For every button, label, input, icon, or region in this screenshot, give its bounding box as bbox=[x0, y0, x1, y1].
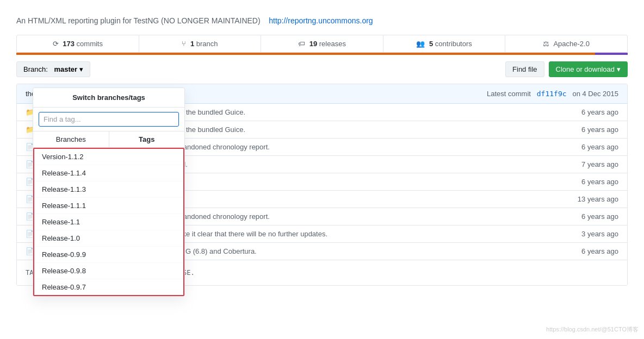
commit-meta-prefix: Latest commit bbox=[487, 90, 531, 98]
dropdown-list-item[interactable]: Release-1.1.3 bbox=[34, 181, 183, 198]
repo-link[interactable]: http://reportng.uncommons.org bbox=[269, 16, 373, 25]
commit-hash[interactable]: df11f9c bbox=[537, 90, 567, 98]
branches-tab-label: Branches bbox=[56, 135, 86, 143]
commits-count: 173 bbox=[63, 40, 75, 48]
file-message-cell: etails. bbox=[147, 191, 551, 208]
dropdown-list-item[interactable]: Version-1.1.2 bbox=[34, 149, 183, 165]
branch-button[interactable]: Branch: master ▾ bbox=[16, 61, 90, 77]
branch-label: branch bbox=[196, 40, 218, 48]
chevron-down-icon: ▾ bbox=[79, 65, 83, 73]
tag-search-input[interactable] bbox=[39, 112, 179, 127]
contributors-stat[interactable]: 👥 5 contributors bbox=[383, 35, 506, 52]
dropdown-list-item[interactable]: Release-0.9.7 bbox=[34, 279, 183, 295]
dropdown-list-item[interactable]: Release-0.9.8 bbox=[34, 263, 183, 279]
releases-label: releases bbox=[319, 40, 346, 48]
branch-icon: ⑂ bbox=[182, 40, 186, 48]
branch-dropdown: Switch branches/tags Branches Tags Versi… bbox=[33, 87, 185, 297]
commits-label: commits bbox=[77, 40, 103, 48]
branch-stat[interactable]: ⑂ 1 branch bbox=[139, 35, 262, 52]
file-time-cell: 6 years ago bbox=[551, 173, 627, 190]
contributors-icon: 👥 bbox=[416, 40, 425, 48]
branches-tab[interactable]: Branches bbox=[33, 131, 109, 147]
dropdown-list-item[interactable]: Release-0.9.9 bbox=[34, 247, 183, 263]
branch-name: master bbox=[54, 65, 77, 73]
repo-desc-text: An HTML/XML reporting plugin for TestNG … bbox=[16, 16, 261, 25]
chevron-down-icon-clone: ▾ bbox=[617, 65, 621, 73]
watermark: https://blog.csdn.net/@51CTO博客 bbox=[546, 325, 639, 334]
branch-label-text: Branch: bbox=[23, 65, 48, 73]
branch-selector: Branch: master ▾ Switch branches/tags Br… bbox=[16, 61, 90, 77]
find-file-button[interactable]: Find file bbox=[505, 61, 544, 77]
dropdown-search-area bbox=[33, 108, 184, 131]
contributors-count: 5 bbox=[429, 40, 433, 48]
file-time-cell: 6 years ago bbox=[551, 121, 627, 138]
contributors-label: contributors bbox=[435, 40, 472, 48]
file-message-cell: JAR with the bundled Guice. bbox=[147, 104, 551, 121]
file-time-cell: 6 years ago bbox=[551, 104, 627, 121]
file-time-cell: 6 years ago bbox=[551, 139, 627, 155]
file-message-cell: IE to make it clear that there will be n… bbox=[147, 225, 551, 242]
commit-meta: Latest commit df11f9c on 4 Dec 2015 bbox=[487, 90, 618, 98]
commits-stat[interactable]: ⟳ 173 commits bbox=[17, 35, 139, 52]
stats-bar: ⟳ 173 commits ⑂ 1 branch 🏷 19 releases 👥… bbox=[16, 35, 628, 53]
toolbar: Branch: master ▾ Switch branches/tags Br… bbox=[0, 55, 644, 84]
dropdown-list-item[interactable]: Release-1.1 bbox=[34, 214, 183, 230]
license-label: Apache-2.0 bbox=[553, 40, 590, 48]
toolbar-right: Find file Clone or download ▾ bbox=[505, 61, 628, 77]
releases-stat[interactable]: 🏷 19 releases bbox=[261, 35, 383, 52]
file-time-cell: 6 years ago bbox=[551, 243, 627, 260]
file-time-cell: 7 years ago bbox=[551, 156, 627, 173]
dropdown-list-item[interactable]: Release-1.1.1 bbox=[34, 198, 183, 214]
tags-tab-label: Tags bbox=[139, 135, 154, 143]
file-message-cell: d method. bbox=[147, 156, 551, 173]
releases-count: 19 bbox=[309, 40, 317, 48]
file-time-cell: 6 years ago bbox=[551, 208, 627, 225]
commits-icon: ⟳ bbox=[53, 40, 59, 48]
dropdown-list-item[interactable]: Release-1.1.4 bbox=[34, 165, 183, 181]
tags-tab[interactable]: Tags bbox=[109, 131, 185, 147]
file-message-cell: est TestNG (6.8) and Cobertura. bbox=[147, 243, 551, 260]
license-stat[interactable]: ⚖ Apache-2.0 bbox=[505, 35, 627, 52]
clone-label: Clone or download bbox=[556, 65, 615, 73]
file-time-cell: 13 years ago bbox=[551, 191, 627, 208]
page-wrapper: An HTML/XML reporting plugin for TestNG … bbox=[0, 0, 644, 339]
dropdown-list-item[interactable]: Release-1.0 bbox=[34, 230, 183, 247]
file-message-cell: nts of abandoned chronology report. bbox=[147, 139, 551, 155]
releases-icon: 🏷 bbox=[298, 40, 305, 48]
dropdown-header: Switch branches/tags bbox=[33, 88, 184, 108]
clone-button[interactable]: Clone or download ▾ bbox=[549, 61, 628, 77]
file-time-cell: 3 years ago bbox=[551, 225, 627, 242]
commit-date: on 4 Dec 2015 bbox=[572, 90, 618, 98]
file-message-cell: JAR with the bundled Guice. bbox=[147, 121, 551, 138]
dropdown-list: Version-1.1.2Release-1.1.4Release-1.1.3R… bbox=[33, 148, 184, 296]
repo-description: An HTML/XML reporting plugin for TestNG … bbox=[0, 11, 644, 35]
dropdown-tabs: Branches Tags bbox=[33, 131, 184, 148]
file-message-cell: nts of abandoned chronology report. bbox=[147, 208, 551, 225]
license-icon: ⚖ bbox=[543, 40, 549, 48]
file-message-cell: ks. bbox=[147, 173, 551, 190]
branch-count: 1 bbox=[190, 40, 194, 48]
